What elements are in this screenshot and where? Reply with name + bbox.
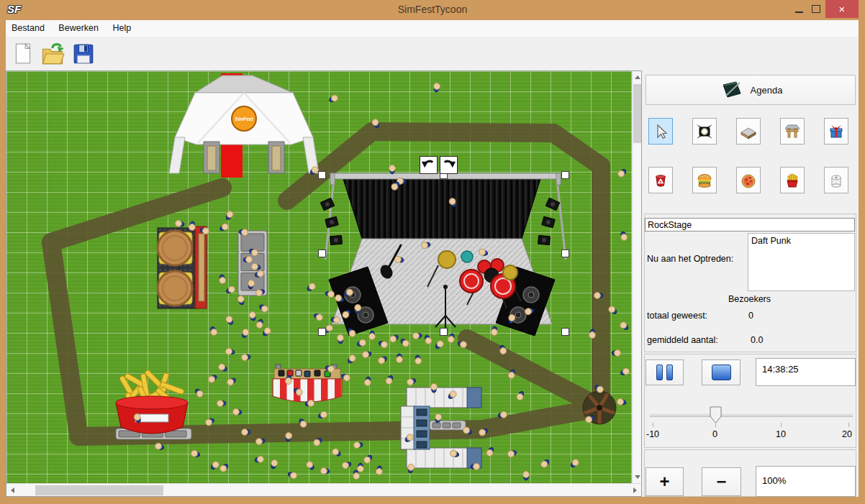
average-visitors-value: 0.0 [751, 335, 763, 345]
save-floppy-icon [72, 42, 95, 66]
spotlight-icon [696, 123, 713, 140]
tool-toilet-paper[interactable] [824, 167, 848, 193]
tool-gate[interactable] [780, 118, 805, 145]
scroll-down-arrow[interactable] [635, 475, 640, 479]
window-client-area: Bestand Bewerken Help [6, 20, 859, 497]
selection-handle[interactable] [318, 328, 326, 336]
game-canvas[interactable]: SimFest [6, 71, 632, 483]
agenda-label: Agenda [751, 85, 783, 96]
road-tile-icon [740, 123, 757, 140]
tool-fries[interactable] [780, 167, 805, 193]
pizza-icon [740, 172, 757, 189]
zoom-level-display[interactable]: 100% [756, 466, 856, 497]
total-visitors-value: 0 [748, 311, 753, 321]
horizontal-scrollbar[interactable] [6, 483, 641, 496]
pause-icon [656, 365, 663, 380]
main-toolbar [6, 38, 859, 70]
new-file-button[interactable] [12, 42, 36, 68]
agenda-button[interactable]: Agenda [646, 75, 856, 105]
horizontal-scroll-thumb[interactable] [35, 485, 163, 495]
scroll-up-arrow[interactable] [635, 75, 640, 79]
average-visitors-label: gemiddeld aantal: [647, 335, 718, 345]
title-bar: SF SimFestTycoon × [0, 0, 865, 20]
selection-handle[interactable] [561, 249, 569, 257]
cursor-icon [652, 123, 669, 140]
burger-icon [696, 172, 713, 189]
menu-bar: Bestand Bewerken Help [6, 20, 859, 38]
menu-help[interactable]: Help [107, 20, 137, 33]
slider-tick [715, 423, 716, 427]
scroll-left-arrow[interactable] [11, 487, 14, 493]
open-file-button[interactable] [40, 42, 65, 68]
trash-bin-icon [652, 172, 669, 189]
selection-handle[interactable] [318, 249, 326, 257]
menu-bestand[interactable]: Bestand [6, 20, 50, 33]
slider-tick [848, 423, 849, 427]
tool-pizza[interactable] [736, 167, 761, 193]
stage-name-input[interactable] [645, 218, 855, 232]
slider-label-zero: 0 [712, 429, 717, 439]
clock-display: 14:38:25 [756, 358, 856, 386]
tool-gift[interactable] [824, 118, 848, 145]
open-folder-icon [40, 42, 65, 66]
selection-handle[interactable] [561, 171, 569, 179]
zoom-in-button[interactable]: + [646, 467, 684, 496]
fries-icon [784, 172, 801, 189]
toilet-paper-icon [828, 172, 845, 189]
rotate-left-button[interactable] [420, 156, 438, 174]
stop-button[interactable] [702, 359, 741, 385]
speed-slider-track[interactable] [650, 414, 853, 417]
menu-bewerken[interactable]: Bewerken [53, 20, 104, 33]
vertical-scrollbar[interactable] [632, 71, 641, 483]
gate-icon [784, 123, 801, 140]
window-title: SimFestTycoon [0, 4, 865, 15]
selection-handle[interactable] [440, 328, 448, 336]
speed-slider-thumb[interactable] [710, 406, 722, 424]
tool-burger[interactable] [692, 167, 717, 193]
agenda-book-icon [719, 81, 743, 99]
slider-label-max: 20 [842, 429, 852, 439]
maximize-button[interactable] [806, 0, 826, 18]
selection-handle[interactable] [561, 328, 569, 336]
visitors-header: Bezoekers [643, 294, 856, 304]
slider-tick [653, 423, 653, 427]
close-button[interactable]: × [825, 0, 859, 18]
main-area: SimFest Age [6, 70, 859, 497]
new-file-icon [12, 42, 35, 66]
now-performing-box: Daft Punk [748, 233, 855, 291]
now-performing-label: Nu aan het Optreden: [647, 254, 733, 264]
save-file-button[interactable] [72, 42, 96, 68]
pause-button[interactable] [646, 359, 684, 385]
tool-select[interactable] [648, 118, 673, 145]
slider-label-min: -10 [646, 429, 659, 439]
now-performing-value: Daft Punk [751, 236, 791, 246]
selection-handle[interactable] [318, 171, 326, 179]
stop-icon [712, 365, 731, 380]
zoom-out-button[interactable]: − [702, 467, 741, 496]
total-visitors-label: totaal geweest: [647, 311, 707, 321]
scroll-right-arrow[interactable] [633, 487, 637, 493]
gift-icon [828, 123, 845, 140]
tool-spotlight[interactable] [692, 118, 717, 145]
game-canvas-box: SimFest [6, 70, 642, 497]
slider-label-ten: 10 [776, 429, 786, 439]
vertical-scroll-thumb[interactable] [633, 84, 641, 143]
tool-trash[interactable] [648, 167, 673, 193]
rotate-right-button[interactable] [440, 156, 458, 174]
slider-tick [781, 423, 782, 427]
side-panel: Agenda [643, 70, 859, 497]
tool-road[interactable] [736, 118, 761, 145]
